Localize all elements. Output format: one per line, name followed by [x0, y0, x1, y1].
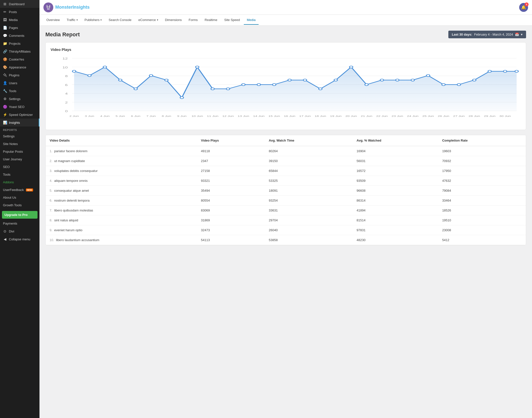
sidebar-item-label: Plugins: [9, 73, 19, 77]
sidebar-item-tools-report[interactable]: Tools: [0, 171, 39, 178]
sidebar-item-divi[interactable]: ⊙ Divi: [0, 227, 39, 235]
sidebar-item-comments[interactable]: 💬 Comments: [0, 32, 39, 40]
svg-text:15 Jun: 15 Jun: [268, 115, 280, 117]
table-row: 9.eveniet harum optio 32473 26040 97831 …: [46, 225, 526, 235]
subnav-item-searchconsole[interactable]: Search Console: [106, 16, 134, 25]
sidebar-item-payments[interactable]: Payments: [0, 220, 39, 227]
sidebar-item-settings-report[interactable]: Settings: [0, 132, 39, 140]
svg-point-33: [226, 88, 230, 90]
sidebar-item-insights[interactable]: 📊 Insights: [0, 119, 39, 126]
svg-text:4: 4: [65, 92, 68, 95]
subnav-item-forms[interactable]: Forms: [186, 16, 201, 25]
sidebar-item-posts[interactable]: ✏ Posts: [0, 8, 39, 16]
subnav-item-dimensions[interactable]: Dimensions: [162, 16, 185, 25]
chevron-down-icon: ▾: [76, 19, 78, 21]
table-row: 6.nostrum deleniti tempora 80554 93254 8…: [46, 196, 526, 206]
svg-point-30: [180, 97, 184, 99]
svg-text:0: 0: [65, 110, 68, 113]
sidebar-item-thirstyaffiliates[interactable]: 🔗 ThirstyAffiliates: [0, 47, 39, 55]
content-area: Media Report Last 30 days: February 4 - …: [39, 26, 532, 418]
sidebar-item-label: Site Notes: [3, 142, 18, 146]
sidebar-item-projects[interactable]: 📁 Projects: [0, 40, 39, 47]
cell-completion-rate: 33464: [438, 196, 526, 206]
svg-rect-6: [47, 5, 47, 6]
svg-point-32: [211, 88, 214, 90]
sidebar-item-userfeedback[interactable]: UserFeedback NEW: [0, 186, 39, 194]
topbar: MonsterInsights 🔔 0: [39, 0, 532, 15]
svg-point-50: [488, 70, 492, 72]
chart-title: Video Plays: [51, 47, 521, 52]
sidebar-item-label: Tools: [3, 173, 10, 176]
sidebar-item-addons[interactable]: Addons: [0, 178, 39, 186]
plugins-icon: 🔌: [3, 73, 7, 77]
sidebar-item-sitenotes[interactable]: Site Notes: [0, 140, 39, 148]
svg-rect-7: [49, 5, 50, 6]
sidebar-item-users[interactable]: 👤 Users: [0, 79, 39, 87]
cell-video-plays: 80554: [197, 196, 265, 206]
svg-text:8: 8: [65, 75, 68, 78]
sidebar-item-popularposts[interactable]: Popular Posts: [0, 148, 39, 155]
sidebar-item-label: Comments: [9, 34, 24, 38]
svg-point-37: [288, 79, 291, 81]
notification-bell[interactable]: 🔔 0: [519, 3, 528, 12]
table-header-row: Video Details Video Plays Avg. Watch Tim…: [46, 135, 526, 146]
cell-video-details: 10.libero laudantium accusantium: [46, 235, 197, 245]
svg-point-23: [72, 70, 76, 72]
cell-video-plays: 27158: [197, 166, 265, 176]
sidebar-item-label: Divi: [9, 230, 14, 233]
cell-completion-rate: 5412: [438, 235, 526, 245]
media-icon: 🖼: [3, 18, 7, 22]
sidebar-item-cookieyes[interactable]: 🍪 CookieYes: [0, 55, 39, 63]
sidebar-item-label: ThirstyAffiliates: [9, 50, 31, 53]
sidebar-item-appearance[interactable]: 🎨 Appearance: [0, 63, 39, 71]
cell-avg-pct-watched: 41894: [353, 206, 438, 215]
sidebar-item-upgrade[interactable]: Upgrade to Pro: [2, 211, 38, 219]
table-row: 3.voluptates debitis consequatur 27158 6…: [46, 166, 526, 176]
svg-text:20 Jun: 20 Jun: [345, 115, 357, 117]
sidebar-item-dashboard[interactable]: ⊞ Dashboard: [0, 0, 39, 8]
subnav-item-traffic[interactable]: Traffic ▾: [64, 16, 80, 25]
sidebar-item-speedoptimizer[interactable]: ⚡ Speed Optimizer: [0, 111, 39, 119]
subnav-item-ecommerce[interactable]: eCommerce ▾: [135, 16, 161, 25]
table-row: 10.libero laudantium accusantium 54113 5…: [46, 235, 526, 245]
sidebar-item-collapse[interactable]: ◀ Collapse menu: [0, 235, 39, 243]
subnav-item-realtime[interactable]: Realtime: [202, 16, 220, 25]
svg-text:12: 12: [62, 57, 68, 60]
subnav-item-publishers[interactable]: Publishers ▾: [82, 16, 105, 25]
cell-completion-rate: 79084: [438, 186, 526, 196]
cell-avg-watch-time: 53325: [265, 176, 353, 186]
sidebar-item-label: About Us: [3, 196, 16, 199]
logo-text: MonsterInsights: [55, 5, 90, 10]
sidebar-item-userjourney[interactable]: User Journey: [0, 155, 39, 163]
settings-icon: ⚙: [3, 97, 7, 101]
sidebar-item-aboutus[interactable]: About Us: [0, 194, 39, 201]
subnav-item-sitespeed[interactable]: Site Speed: [221, 16, 243, 25]
sidebar-item-plugins[interactable]: 🔌 Plugins: [0, 71, 39, 79]
svg-text:25 Jun: 25 Jun: [422, 115, 434, 117]
cell-video-details: 5.consequatur atque amet: [46, 186, 197, 196]
sidebar-item-yoastseo[interactable]: 🟣 Yoast SEO: [0, 103, 39, 111]
svg-text:29 Jun: 29 Jun: [484, 115, 495, 117]
sidebar-item-media[interactable]: 🖼 Media: [0, 16, 39, 24]
subnav-item-overview[interactable]: Overview: [43, 16, 63, 25]
svg-text:11 Jun: 11 Jun: [207, 115, 218, 117]
svg-point-25: [103, 66, 107, 68]
svg-point-47: [442, 84, 445, 86]
svg-point-35: [257, 84, 261, 86]
sidebar-item-label: Appearance: [9, 65, 26, 69]
subnav-item-media[interactable]: Media: [244, 16, 258, 25]
line-chart: 0 2 4 6 8 10 12: [51, 56, 521, 125]
svg-text:13 Jun: 13 Jun: [238, 115, 249, 117]
new-badge: NEW: [26, 188, 33, 191]
date-range-button[interactable]: Last 30 days: February 4 - March 4, 2024…: [448, 31, 526, 38]
sidebar-item-seo[interactable]: SEO: [0, 163, 39, 171]
sidebar-item-pages[interactable]: 📄 Pages: [0, 24, 39, 32]
sidebar-item-settings[interactable]: ⚙ Settings: [0, 95, 39, 103]
svg-point-48: [457, 84, 461, 86]
sidebar-item-growthtools[interactable]: Growth Tools: [0, 201, 39, 209]
table-row: 2.ut magnam cupiditate 2347 39150 56031 …: [46, 156, 526, 166]
svg-text:6 Jun: 6 Jun: [131, 115, 140, 117]
cell-video-details: 4.aliquam tempore omnis: [46, 176, 197, 186]
sidebar-item-tools[interactable]: 🔧 Tools: [0, 87, 39, 95]
svg-point-49: [473, 79, 476, 81]
